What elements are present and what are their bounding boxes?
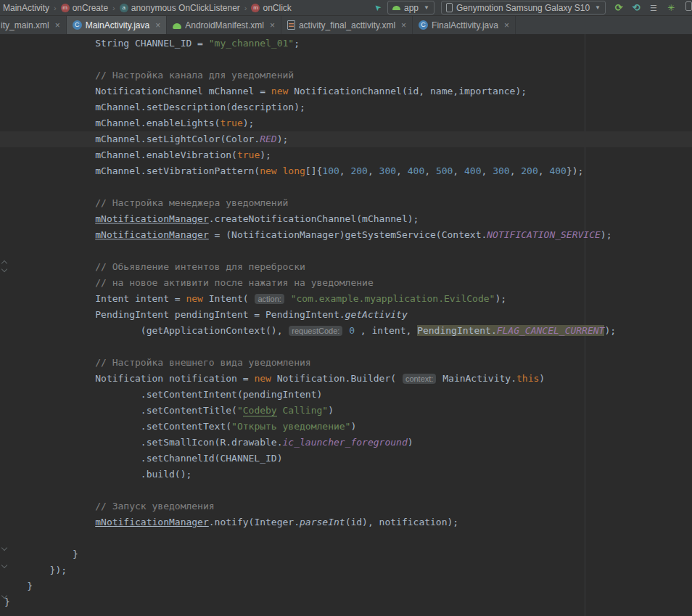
code-token: "Открыть уведомление" (231, 421, 350, 432)
code-token: ) (539, 373, 545, 384)
code-line[interactable] (0, 243, 692, 259)
code-line[interactable]: PendingIntent pendingIntent = PendingInt… (0, 307, 692, 323)
breadcrumb-item[interactable]: monCreate (59, 3, 110, 13)
code-token: " (237, 405, 243, 416)
close-icon[interactable]: × (504, 21, 509, 30)
code-line[interactable] (0, 530, 692, 546)
code-line[interactable]: } (0, 578, 692, 594)
code-line[interactable]: (getApplicationContext(), requestCode: 0… (0, 323, 692, 339)
breadcrumb-label: MainActivity (3, 3, 49, 13)
toolbar-icons: ⟳⟲☰✳ (612, 1, 691, 15)
code-line-caret[interactable]: mChannel.setLightColor(Color.RED); (0, 131, 692, 147)
code-token: mChannel.setVibrationPattern( (4, 165, 260, 176)
device-manager-icon[interactable] (682, 1, 692, 15)
editor-tab[interactable]: activity_final_acttivity.xml× (281, 16, 413, 34)
code-line[interactable]: mChannel.enableLights(true); (0, 115, 692, 131)
code-editor[interactable]: String CHANNEL_ID = "my_channel_01"; // … (0, 34, 692, 616)
fold-range-icon[interactable] (1, 261, 8, 271)
breadcrumb-item[interactable]: monClick (250, 3, 292, 13)
code-line[interactable]: }); (0, 562, 692, 578)
code-token: ; (294, 38, 300, 49)
code-line[interactable]: // на новое активити после нажатия на ув… (0, 275, 692, 291)
code-line[interactable]: mNotificationManager.notify(Integer.pars… (0, 514, 692, 530)
chevron-down-icon (1, 266, 7, 272)
device-select[interactable]: Genymotion Samsung Galaxy S10 ▼ (441, 1, 606, 15)
code-line[interactable] (0, 179, 692, 195)
code-token: Intent intent = (4, 293, 186, 304)
tab-label: MainActivity.java (86, 20, 149, 30)
fold-end-icon[interactable] (1, 546, 8, 550)
tab-label: AndroidManifest.xml (185, 20, 264, 30)
editor-tab[interactable]: CFinalActtivity.java× (413, 16, 516, 34)
code-line[interactable]: mChannel.setVibrationPattern(new long[]{… (0, 163, 692, 179)
method-icon: m (251, 4, 260, 12)
code-line[interactable]: .setContentText("Открыть уведомление") (0, 419, 692, 435)
fold-end-icon[interactable] (1, 594, 8, 598)
breadcrumb-label: onClick (263, 3, 291, 13)
code-line[interactable]: .setSmallIcon(R.drawable.ic_launcher_for… (0, 435, 692, 451)
code-token: mChannel.enableVibration( (4, 149, 237, 160)
code-line[interactable] (0, 482, 692, 498)
close-icon[interactable]: × (55, 21, 60, 30)
run-config-select[interactable]: app ▼ (387, 1, 434, 15)
breadcrumb-separator-icon: › (244, 4, 247, 12)
code-token: // Настройка менеджера уведомлений (95, 197, 288, 208)
code-line[interactable]: // Настройка внешнего вида уведомления (0, 355, 692, 371)
code-line[interactable]: mChannel.enableVibration(true); (0, 147, 692, 163)
code-token: PendingIntent. (417, 325, 497, 336)
code-line[interactable]: mChannel.setDescription(description); (0, 99, 692, 115)
code-line[interactable]: mNotificationManager.createNotificationC… (0, 211, 692, 227)
code-line[interactable]: } (0, 594, 692, 610)
code-line[interactable]: .setChannelId(CHANNEL_ID) (0, 451, 692, 467)
code-token: , (396, 165, 408, 176)
sync-icon[interactable]: ⟳ (612, 1, 625, 15)
fold-end-icon[interactable] (1, 563, 8, 567)
close-icon[interactable]: × (270, 21, 275, 30)
code-line[interactable]: Notification notification = new Notifica… (0, 371, 692, 387)
code-line[interactable]: .setContentIntent(pendingIntent) (0, 387, 692, 403)
code-line[interactable]: } (0, 546, 692, 562)
run-config-label: app (404, 3, 419, 13)
code-token: 400 (408, 165, 424, 176)
code-token: , (368, 165, 379, 176)
code-line[interactable]: .build(); (0, 467, 692, 482)
editor-tab[interactable]: AndroidManifest.xml× (167, 16, 281, 34)
code-token: .setContentText( (4, 421, 231, 432)
code-line[interactable]: Intent intent = new Intent( action: "com… (0, 291, 692, 307)
code-line[interactable]: .setContentTitle("Codeby Calling") (0, 403, 692, 419)
code-line[interactable]: mNotificationManager = (NotificationMana… (0, 227, 692, 243)
breadcrumb-item[interactable]: aanonymous OnClickListener (118, 3, 242, 13)
code-line[interactable] (0, 339, 692, 355)
code-token: Codeby (243, 405, 277, 416)
editor-tab[interactable]: CMainActivity.java× (67, 16, 168, 34)
code-token: NotificationChannel(id, name,importance)… (288, 86, 527, 96)
code-line[interactable]: // Настройка менеджера уведомлений (0, 195, 692, 211)
code-line[interactable]: // Запуск уведомления (0, 498, 692, 514)
xml-file-icon (287, 20, 295, 30)
code-line[interactable] (0, 52, 692, 67)
code-token: , intent, (355, 325, 417, 336)
anon-class-icon: a (120, 4, 128, 12)
sdk-manager-icon[interactable]: ✳ (664, 1, 677, 15)
code-token: (getApplicationContext(), (4, 325, 288, 336)
code-line[interactable]: NotificationChannel mChannel = new Notif… (0, 83, 692, 99)
code-token: .createNotificationChannel(mChannel); (209, 213, 419, 224)
close-icon[interactable]: × (155, 21, 160, 30)
pointer-icon[interactable]: ➤ (372, 2, 384, 14)
code-token: ) (408, 437, 413, 448)
close-icon[interactable]: × (401, 21, 406, 30)
code-token: requestCode: (289, 326, 342, 336)
code-token: , (339, 165, 351, 176)
code-token: Intent( (203, 293, 254, 304)
code-token (4, 357, 95, 368)
code-line[interactable]: // Настройка канала для уведомлений (0, 67, 692, 83)
breadcrumb-item[interactable]: MainActivity (1, 3, 51, 13)
breadcrumb-label: anonymous OnClickListener (131, 3, 240, 13)
coverage-icon[interactable]: ⟲ (630, 1, 643, 15)
code-line[interactable]: String CHANNEL_ID = "my_channel_01"; (0, 36, 692, 52)
code-token (4, 261, 95, 272)
editor-tab[interactable]: ity_main.xml× (0, 16, 67, 34)
code-token: []{ (305, 165, 322, 176)
code-line[interactable]: // Обьявление интентов для переброски (0, 259, 692, 275)
build-variants-icon[interactable]: ☰ (647, 1, 660, 15)
